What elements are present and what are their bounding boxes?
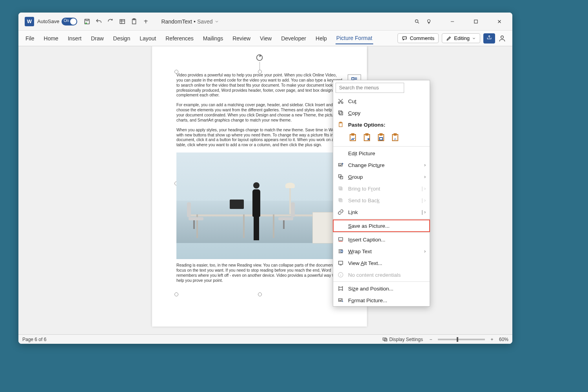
tab-insert[interactable]: Insert — [67, 33, 82, 44]
menu-label: Copy — [348, 110, 361, 116]
link-icon — [337, 209, 344, 216]
autosave-label: AutoSave — [37, 18, 59, 24]
menu-cut[interactable]: Cut — [333, 95, 430, 107]
info-icon — [337, 271, 344, 278]
svg-rect-29 — [339, 198, 341, 201]
selection-handle[interactable] — [174, 292, 178, 296]
size-position-icon — [337, 285, 344, 292]
tab-developer[interactable]: Developer — [280, 33, 307, 44]
doc-status: Saved — [197, 18, 213, 25]
menu-change-picture[interactable]: Change Picture › — [333, 159, 430, 171]
zoom-percent[interactable]: 60% — [499, 337, 508, 342]
tab-view[interactable]: View — [259, 33, 272, 44]
chevron-down-icon — [472, 36, 476, 40]
redo-icon[interactable] — [106, 17, 115, 26]
submenu-arrow-icon: | › — [422, 186, 426, 191]
app-window: W AutoSave On RandomText • Saved File Ho… — [18, 13, 512, 344]
context-menu: Cut Copy Paste Options: A Edit Picture — [333, 80, 430, 307]
svg-rect-35 — [339, 287, 342, 290]
selection-handle[interactable] — [258, 292, 262, 296]
menu-label: Size and Position... — [348, 286, 394, 292]
display-settings-button[interactable]: Display Settings — [382, 337, 423, 342]
status-bar: Page 6 of 6 Display Settings − + 60% — [18, 334, 512, 344]
zoom-slider[interactable] — [438, 339, 485, 340]
menu-edit-picture[interactable]: Edit Picture — [333, 147, 430, 159]
undo-icon[interactable] — [94, 17, 103, 26]
format-picture-icon — [337, 297, 344, 304]
tab-references[interactable]: References — [165, 33, 194, 44]
alt-text-icon — [337, 260, 344, 267]
paste-merge-icon[interactable] — [362, 133, 372, 142]
menu-bring-to-front: Bring to Front | › — [333, 183, 430, 194]
submenu-arrow-icon: › — [424, 162, 426, 168]
share-button[interactable] — [483, 33, 495, 44]
menu-label: Group — [348, 174, 363, 180]
maximize-button[interactable] — [470, 16, 482, 27]
tab-file[interactable]: File — [25, 33, 35, 44]
menu-label: Send to Back — [348, 198, 379, 203]
submenu-arrow-icon: › — [424, 249, 426, 254]
comments-label: Comments — [410, 35, 434, 41]
paste-icon[interactable] — [130, 17, 138, 26]
paste-text-only-icon[interactable]: A — [390, 133, 400, 142]
close-button[interactable] — [494, 16, 505, 27]
tab-draw[interactable]: Draw — [90, 33, 105, 44]
menu-label: Link — [348, 209, 358, 215]
menu-copy[interactable]: Copy — [333, 107, 430, 119]
save-icon[interactable] — [83, 17, 91, 26]
menu-link[interactable]: Link | › — [333, 206, 430, 218]
menu-insert-caption[interactable]: Insert Caption... — [333, 234, 430, 245]
zoom-in-button[interactable]: + — [489, 337, 495, 342]
group-icon — [337, 173, 344, 180]
rotation-handle[interactable] — [255, 53, 264, 62]
menu-label: Bring to Front — [348, 186, 380, 192]
title-bar: W AutoSave On RandomText • Saved — [18, 13, 512, 31]
customize-qat-icon[interactable] — [142, 17, 150, 26]
svg-rect-27 — [339, 187, 342, 190]
tab-design[interactable]: Design — [113, 33, 131, 44]
menu-save-as-picture[interactable]: Save as Picture... — [333, 220, 430, 232]
svg-rect-37 — [383, 338, 386, 340]
inserted-picture[interactable] — [176, 152, 343, 259]
submenu-arrow-icon: | › — [422, 209, 426, 215]
menu-wrap-text[interactable]: Wrap Text › — [333, 245, 430, 257]
selection-handle[interactable] — [174, 70, 178, 74]
tab-review[interactable]: Review — [232, 33, 251, 44]
display-settings-icon — [382, 337, 388, 342]
tab-picture-format[interactable]: Picture Format — [336, 33, 373, 44]
zoom-out-button[interactable]: − — [428, 337, 434, 342]
table-icon[interactable] — [118, 17, 127, 26]
collaborator-icon[interactable] — [498, 34, 506, 42]
document-title[interactable]: RandomText • Saved — [161, 18, 219, 25]
minimize-button[interactable] — [446, 16, 458, 27]
share-icon — [486, 35, 492, 40]
menu-view-alt-text[interactable]: View Alt Text... — [333, 257, 430, 269]
menu-group[interactable]: Group › — [333, 171, 430, 183]
menu-format-picture[interactable]: Format Picture... — [333, 294, 430, 306]
tab-help[interactable]: Help — [315, 33, 328, 44]
menu-label: Wrap Text — [348, 249, 372, 254]
paste-picture-icon[interactable] — [376, 133, 386, 142]
comments-button[interactable]: Comments — [397, 33, 439, 43]
autosave-toggle[interactable]: On — [62, 18, 77, 25]
doc-separator: • — [194, 18, 196, 25]
search-icon[interactable] — [411, 16, 423, 27]
search-menus-input[interactable] — [336, 83, 404, 93]
svg-point-1 — [85, 22, 87, 24]
menu-label: Cut — [348, 98, 356, 104]
menu-label: View Alt Text... — [348, 260, 382, 266]
menu-send-to-back: Send to Back | › — [333, 194, 430, 206]
lightbulb-icon[interactable] — [423, 16, 435, 27]
selection-handle[interactable] — [258, 70, 262, 74]
menu-paste-options-header: Paste Options: — [333, 119, 430, 131]
document-area[interactable]: Style Crop Video provides a powerful way… — [18, 46, 512, 334]
menu-size-and-position[interactable]: Size and Position... — [333, 283, 430, 294]
page-info[interactable]: Page 6 of 6 — [22, 337, 46, 342]
svg-rect-11 — [352, 78, 354, 80]
paste-keep-source-icon[interactable] — [348, 133, 358, 142]
tab-home[interactable]: Home — [43, 33, 59, 44]
tab-layout[interactable]: Layout — [139, 33, 157, 44]
tab-mailings[interactable]: Mailings — [202, 33, 224, 44]
svg-rect-32 — [341, 250, 343, 252]
editing-mode-button[interactable]: Editing — [442, 33, 480, 43]
